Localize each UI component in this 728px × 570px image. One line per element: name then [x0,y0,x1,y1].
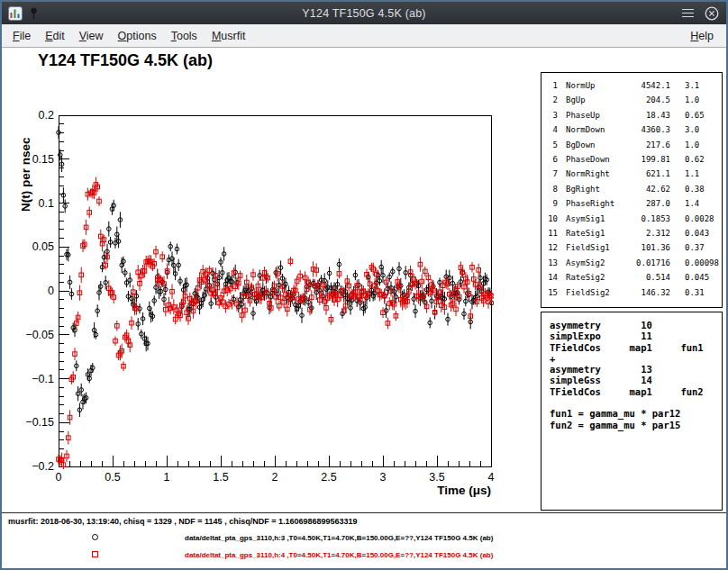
parameter-value: 0.01716 [622,256,670,270]
svg-text:0: 0 [56,471,62,484]
titlebar-menu-icon[interactable] [682,9,694,18]
menubar: File Edit View Options Tools Musrfit Hel… [2,24,726,48]
svg-text:0.5: 0.5 [105,471,120,484]
parameter-row: 9 PhaseRight 287.0 1.4 [545,196,722,211]
parameter-row: 14 RateSig2 0.514 0.045 [545,270,722,285]
parameter-value: 2.312 [622,226,670,240]
theory-line: simpleGss 14 [550,375,722,385]
plot[interactable]: 00.511.522.533.54−0.2−0.15−0.1−0.0500.05… [2,48,542,516]
parameter-name: BgUp [566,93,622,107]
parameter-error: 0.0028 [685,212,714,226]
parameter-row: 7 NormRight 621.1 1.1 [545,167,722,181]
parameter-error: 0.65 [685,108,705,122]
parameter-name: RateSig2 [566,270,622,285]
theory-line: asymmetry 13 [550,364,722,375]
parameter-error: 3.0 [685,122,699,137]
canvas-area: Y124 TF150G 4.5K (ab) 00.511.522.533.54−… [2,48,726,568]
theory-line: asymmetry 10 [550,320,722,330]
svg-text:−0.05: −0.05 [25,329,54,341]
parameter-row: 10 AsymSig1 0.1853 0.0028 [545,212,722,226]
theory-line [550,397,722,408]
parameter-row: 2 BgUp 204.5 1.0 [545,93,722,107]
pin-icon[interactable] [29,7,39,20]
parameter-row: 6 PhaseDown 199.81 0.62 [545,152,722,167]
menu-item[interactable]: Edit [38,26,72,46]
parameter-row: 15 FieldSig2 146.32 0.31 [545,285,722,300]
parameter-name: FieldSig2 [566,285,622,300]
menu-item-help[interactable]: Help [683,26,721,46]
parameter-name: PhaseUp [566,108,622,122]
app-window: Y124 TF150G 4.5K (ab) File Edit View Opt… [0,0,728,570]
parameter-number: 9 [545,196,558,211]
menu-item[interactable]: File [5,26,38,46]
parameter-value: 4360.3 [622,122,670,137]
menu-items: File Edit View Options Tools Musrfit [5,24,252,47]
parameter-number: 14 [545,270,558,285]
parameter-name: NormUp [566,78,622,93]
theory-line: TFieldCos map1 fun2 [550,386,722,397]
svg-text:0.15: 0.15 [32,153,54,166]
parameter-number: 5 [545,138,558,152]
parameter-number: 1 [545,78,558,93]
svg-text:−0.15: −0.15 [25,416,54,429]
parameter-number: 6 [545,152,558,167]
svg-text:Time (μs): Time (μs) [437,484,491,497]
parameter-value: 4542.1 [622,78,670,93]
parameter-row: 5 BgDown 217.6 1.0 [545,138,722,152]
theory-line: simplExpo 11 [550,330,722,341]
svg-text:0.05: 0.05 [32,240,54,253]
svg-text:3: 3 [380,471,387,484]
parameter-error: 0.045 [685,270,709,285]
parameter-value: 217.6 [622,138,670,152]
close-button[interactable] [705,6,719,21]
parameter-box: 1 NormUp 4542.1 3.1 2 BgUp 204.5 1.0 3 P… [541,72,723,308]
parameter-error: 0.00098 [685,256,719,270]
menu-item[interactable]: View [72,26,111,46]
parameter-value: 42.62 [622,182,670,196]
parameter-value: 0.514 [622,270,670,285]
parameter-number: 10 [545,212,558,226]
parameter-name: PhaseRight [566,196,622,211]
parameter-name: RateSig1 [566,226,622,240]
legend-marker-circle [92,534,98,540]
close-icon [705,6,719,21]
parameter-name: FieldSig1 [566,240,622,255]
parameter-error: 1.0 [685,93,699,107]
parameter-error: 3.1 [685,78,699,93]
svg-text:2.5: 2.5 [321,471,336,484]
parameter-value: 101.36 [622,240,670,255]
legend-item: data/deltat_pta_gps_3110,h:4 ,T0=4.50K,T… [2,547,726,562]
titlebar-left [8,2,39,24]
svg-text:0.2: 0.2 [39,109,54,122]
menu-item[interactable]: Options [111,26,164,46]
window-title: Y124 TF150G 4.5K (ab) [2,7,726,20]
svg-text:2: 2 [272,471,278,484]
parameter-row: 12 FieldSig1 101.36 0.37 [545,240,722,255]
parameter-number: 7 [545,167,558,181]
parameter-number: 3 [545,108,558,122]
parameter-row: 4 NormDown 4360.3 3.0 [545,122,722,137]
parameter-value: 18.43 [622,108,670,122]
parameter-number: 11 [545,226,558,240]
menu-item[interactable]: Tools [164,26,205,46]
parameter-error: 1.1 [685,167,699,181]
parameter-name: AsymSig1 [566,212,622,226]
parameter-row: 3 PhaseUp 18.43 0.65 [545,108,722,122]
svg-text:0.1: 0.1 [39,197,54,210]
parameter-value: 146.32 [622,285,670,300]
parameter-error: 0.37 [685,240,705,255]
titlebar[interactable]: Y124 TF150G 4.5K (ab) [2,2,726,24]
theory-box: asymmetry 10 simplExpo 11 TFieldCos map1… [541,312,723,511]
parameter-number: 4 [545,122,558,137]
parameter-value: 621.1 [622,167,670,181]
legend-marker-square [92,551,98,557]
fit-status: musrfit: 2018-06-30, 13:19:40, chisq = 1… [8,517,357,526]
parameter-number: 12 [545,240,558,255]
legend-label: data/deltat_pta_gps_3110,h:3 ,T0=4.50K,T… [185,534,493,542]
parameter-error: 1.0 [685,138,699,152]
parameter-value: 204.5 [622,93,670,107]
svg-text:4: 4 [488,471,495,484]
parameter-row: 13 AsymSig2 0.01716 0.00098 [545,256,722,270]
menu-item[interactable]: Musrfit [205,26,253,46]
theory-line: TFieldCos map1 fun1 [550,342,722,353]
